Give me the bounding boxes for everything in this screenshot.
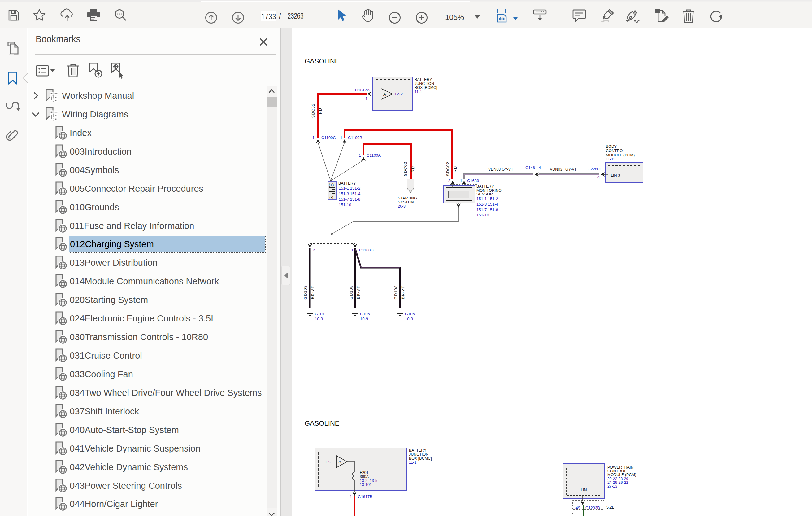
svg-text:GD108: GD108	[349, 285, 353, 299]
svg-text:BATTERY: BATTERY	[476, 184, 494, 189]
svg-text:MODULE (PCM): MODULE (PCM)	[607, 473, 636, 477]
svg-text:G107: G107	[315, 311, 325, 316]
svg-text:BK-VT: BK-VT	[311, 286, 315, 299]
svg-text:RD: RD	[453, 166, 458, 172]
svg-text:C1100C: C1100C	[321, 135, 336, 140]
svg-text:5.2L: 5.2L	[606, 505, 614, 510]
svg-text:2: 2	[313, 248, 315, 252]
svg-text:BODY: BODY	[606, 144, 617, 149]
svg-text:BATTERY: BATTERY	[414, 77, 432, 82]
svg-text:GD108: GD108	[394, 285, 398, 299]
svg-text:STARTING: STARTING	[398, 196, 417, 200]
svg-text:SDC02: SDC02	[403, 162, 408, 176]
svg-text:10-9: 10-9	[315, 317, 323, 321]
svg-text:LIN: LIN	[581, 488, 587, 492]
svg-text:G105: G105	[360, 311, 370, 316]
svg-text:GASOLINE: GASOLINE	[304, 57, 339, 65]
svg-text:C1100A: C1100A	[367, 153, 381, 158]
svg-text:BATTERY: BATTERY	[338, 181, 356, 186]
svg-text:11-1: 11-1	[409, 460, 416, 465]
svg-text:C1100B: C1100B	[348, 135, 362, 140]
svg-text:1: 1	[312, 135, 315, 140]
svg-text:1: 1	[365, 96, 368, 101]
svg-text:151-3 151-4: 151-3 151-4	[476, 202, 498, 207]
svg-text:1: 1	[359, 153, 361, 158]
svg-text:GASOLINE: GASOLINE	[304, 419, 339, 427]
svg-text:C1100D: C1100D	[359, 248, 374, 252]
svg-text:A: A	[383, 92, 386, 97]
svg-text:1: 1	[350, 494, 352, 499]
svg-text:11-1: 11-1	[414, 90, 422, 94]
svg-text:GD108: GD108	[303, 285, 308, 299]
svg-text:151-7 151-8: 151-7 151-8	[476, 208, 498, 212]
svg-text:C1689: C1689	[467, 179, 479, 183]
svg-text:11-11: 11-11	[606, 157, 615, 161]
svg-text:LIN 3: LIN 3	[611, 173, 620, 178]
svg-text:A: A	[338, 460, 341, 464]
svg-text:12-1: 12-1	[325, 460, 333, 464]
svg-text:SDC02: SDC02	[446, 162, 450, 176]
svg-text:SDC02: SDC02	[311, 104, 315, 118]
svg-text:151-7 151-8: 151-7 151-8	[339, 197, 360, 201]
svg-text:BOX [BCMC]: BOX [BCMC]	[409, 456, 432, 461]
svg-text:300A: 300A	[360, 474, 369, 479]
svg-text:G106: G106	[405, 311, 415, 316]
svg-text:RD: RD	[318, 108, 323, 114]
svg-text:151-10: 151-10	[476, 213, 489, 217]
svg-text:10-9: 10-9	[360, 317, 368, 321]
svg-text:151-1 151-2: 151-1 151-2	[476, 196, 498, 201]
svg-text:1: 1	[351, 248, 353, 252]
svg-text:27-13: 27-13	[607, 484, 617, 488]
svg-text:151-3 151-4: 151-3 151-4	[339, 191, 360, 196]
svg-text:MODULE (BCM): MODULE (BCM)	[606, 153, 635, 157]
svg-text:2: 2	[448, 179, 451, 183]
svg-text:RD: RD	[411, 166, 415, 172]
svg-text:F201: F201	[360, 470, 369, 475]
svg-text:(+): (+)	[329, 183, 334, 187]
svg-text:SYSTEM: SYSTEM	[398, 200, 413, 205]
svg-text:BK-VT: BK-VT	[401, 286, 405, 299]
svg-text:C2280F: C2280F	[587, 167, 602, 171]
svg-text:VDN03 GY-VT: VDN03 GY-VT	[488, 167, 513, 171]
svg-text:13-101: 13-101	[360, 483, 372, 487]
svg-text:20-3: 20-3	[398, 204, 406, 209]
svg-text:BK-VT: BK-VT	[356, 286, 361, 299]
svg-text:VDN03: VDN03	[550, 167, 562, 171]
svg-text:JUNCTION: JUNCTION	[414, 81, 434, 86]
svg-text:BOX [BCMC]: BOX [BCMC]	[414, 85, 437, 90]
svg-text:C1617B: C1617B	[358, 494, 372, 499]
svg-text:CONTROL: CONTROL	[606, 149, 625, 153]
svg-text:GY-VT: GY-VT	[565, 167, 577, 171]
svg-text:151-1 151-2: 151-1 151-2	[339, 186, 360, 190]
svg-text:BATTERY: BATTERY	[409, 448, 427, 453]
svg-text:(-): (-)	[329, 195, 334, 199]
svg-text:12-2: 12-2	[395, 92, 403, 96]
svg-text:151-10: 151-10	[339, 202, 351, 207]
svg-text:1: 1	[460, 179, 462, 183]
svg-text:C1617A: C1617A	[355, 88, 370, 92]
svg-text:SENSOR: SENSOR	[476, 192, 493, 196]
svg-text:C146 - 4: C146 - 4	[525, 165, 541, 170]
svg-text:10-9: 10-9	[405, 317, 413, 321]
svg-text:C1233B: C1233B	[585, 506, 600, 510]
svg-text:JUNCTION: JUNCTION	[409, 452, 429, 457]
svg-text:4: 4	[598, 175, 600, 180]
svg-text:13-2 13-5: 13-2 13-5	[360, 479, 377, 483]
svg-text:49: 49	[576, 506, 580, 510]
svg-text:1: 1	[340, 135, 342, 140]
